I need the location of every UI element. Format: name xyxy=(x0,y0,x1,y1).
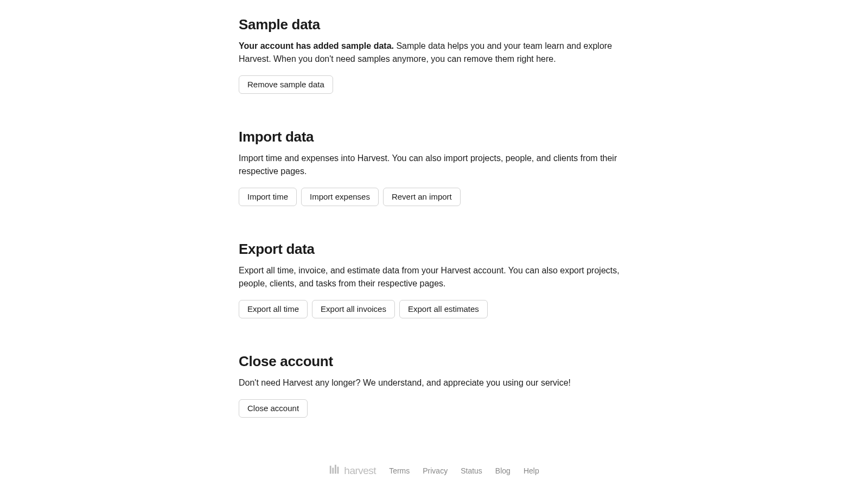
svg-rect-3 xyxy=(337,467,339,474)
import-data-heading: Import data xyxy=(239,129,629,145)
sample-data-heading: Sample data xyxy=(239,16,629,33)
close-account-buttons: Close account xyxy=(239,399,629,418)
close-account-section: Close account Don't need Harvest any lon… xyxy=(239,353,629,418)
revert-import-button[interactable]: Revert an import xyxy=(383,188,461,206)
close-account-heading: Close account xyxy=(239,353,629,370)
footer-blog-link[interactable]: Blog xyxy=(495,466,510,475)
close-account-description: Don't need Harvest any longer? We unders… xyxy=(239,376,629,389)
sample-data-section: Sample data Your account has added sampl… xyxy=(239,16,629,94)
export-all-time-button[interactable]: Export all time xyxy=(239,300,308,318)
footer-brand-text: harvest xyxy=(344,465,376,477)
export-data-buttons: Export all time Export all invoices Expo… xyxy=(239,300,629,318)
svg-rect-2 xyxy=(335,465,336,474)
export-data-section: Export data Export all time, invoice, an… xyxy=(239,241,629,318)
import-data-section: Import data Import time and expenses int… xyxy=(239,129,629,206)
settings-content: Sample data Your account has added sampl… xyxy=(239,0,629,483)
remove-sample-data-button[interactable]: Remove sample data xyxy=(239,75,333,94)
footer-status-link[interactable]: Status xyxy=(461,466,482,475)
import-data-description: Import time and expenses into Harvest. Y… xyxy=(239,152,629,178)
harvest-logo-icon xyxy=(329,464,341,477)
import-data-buttons: Import time Import expenses Revert an im… xyxy=(239,188,629,206)
footer-logo: harvest xyxy=(329,464,376,477)
footer-terms-link[interactable]: Terms xyxy=(389,466,410,475)
export-all-estimates-button[interactable]: Export all estimates xyxy=(399,300,488,318)
export-all-invoices-button[interactable]: Export all invoices xyxy=(312,300,395,318)
footer-help-link[interactable]: Help xyxy=(524,466,539,475)
svg-rect-1 xyxy=(333,468,334,474)
footer-privacy-link[interactable]: Privacy xyxy=(423,466,448,475)
export-data-heading: Export data xyxy=(239,241,629,258)
sample-data-buttons: Remove sample data xyxy=(239,75,629,94)
sample-data-description: Your account has added sample data. Samp… xyxy=(239,40,629,66)
close-account-button[interactable]: Close account xyxy=(239,399,308,418)
footer: harvest Terms Privacy Status Blog Help xyxy=(0,454,868,499)
sample-data-description-bold: Your account has added sample data. xyxy=(239,41,394,50)
export-data-description: Export all time, invoice, and estimate d… xyxy=(239,264,629,290)
svg-rect-0 xyxy=(330,466,331,474)
import-expenses-button[interactable]: Import expenses xyxy=(301,188,379,206)
import-time-button[interactable]: Import time xyxy=(239,188,297,206)
